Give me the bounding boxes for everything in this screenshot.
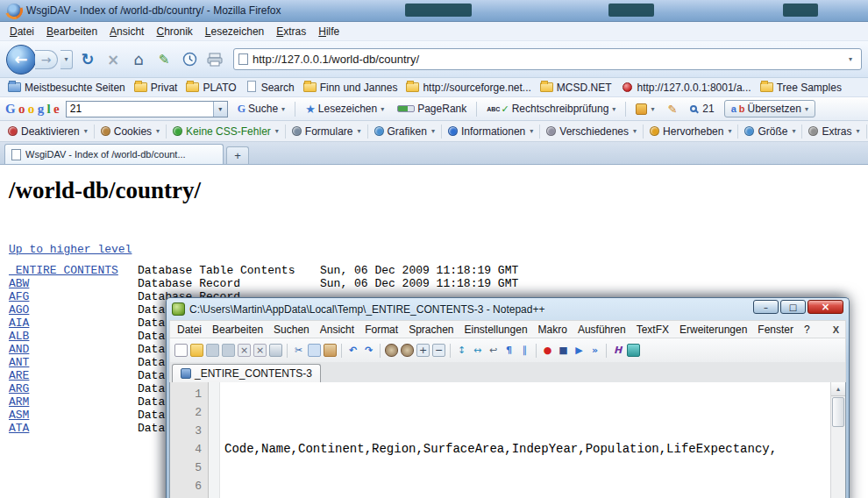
feather-button[interactable]: ✎ <box>153 49 174 70</box>
spellcheck-button[interactable]: ABC ✓ Rechtschreibprüfung ▾ <box>483 102 619 116</box>
indent-guide-icon[interactable]: ∥ <box>518 344 531 357</box>
devtoolbar-item[interactable]: Grafiken ▾ <box>368 125 442 139</box>
zoom-in-icon[interactable]: + <box>416 344 430 357</box>
devtoolbar-item[interactable]: Formulare ▾ <box>286 125 368 139</box>
mime-tools-icon[interactable] <box>627 344 640 357</box>
history-dropdown-icon[interactable]: ▾ <box>60 50 73 69</box>
bookmark-item[interactable]: Tree Samples <box>756 82 846 94</box>
menu-item[interactable]: Bearbeiten <box>40 25 103 39</box>
show-all-characters-icon[interactable]: ¶ <box>502 344 516 357</box>
find-icon[interactable] <box>385 344 398 357</box>
menu-item[interactable]: Bearbeiten <box>207 324 268 336</box>
bookmark-item[interactable]: Search <box>241 82 299 94</box>
save-icon[interactable] <box>206 344 219 357</box>
document-tab[interactable]: _ENTIRE_CONTENTS-3 <box>172 364 321 382</box>
bookmark-item[interactable]: Meistbesuchte Seiten <box>4 82 130 94</box>
editor-scrollbar[interactable]: ▴ <box>830 382 845 498</box>
autofill-button[interactable]: ▾ <box>632 103 658 116</box>
stop-button[interactable]: × <box>103 49 124 70</box>
menu-item[interactable]: Chronik <box>150 25 198 39</box>
entry-link[interactable]: ARE <box>9 369 138 382</box>
up-to-higher-level-link[interactable]: Up to higher level <box>9 243 132 256</box>
scrollbar-thumb[interactable] <box>832 397 844 427</box>
stop-macro-icon[interactable]: ■ <box>557 344 570 357</box>
google-bookmarks-button[interactable]: ★ Lesezeichen ▾ <box>302 102 388 117</box>
firefox-titlebar[interactable]: WsgiDAV - Index of /world-db/country/ - … <box>0 0 868 22</box>
editor[interactable]: 1 2 3 4 5 6 Code,Name,Continent,Region,S… <box>169 382 846 498</box>
menu-item[interactable]: TextFX <box>631 324 674 336</box>
google-search-input[interactable] <box>67 102 213 117</box>
cut-icon[interactable]: ✂ <box>292 344 305 357</box>
open-folder-icon[interactable] <box>190 344 203 357</box>
replace-icon[interactable] <box>401 344 414 357</box>
notepadpp-titlebar[interactable]: C:\Users\Martin\AppData\Local\Temp\_ENTI… <box>169 298 846 320</box>
bookmark-item[interactable]: MCSD.NET <box>536 82 616 94</box>
forward-button[interactable]: → <box>35 50 58 69</box>
menu-item[interactable]: Datei <box>172 324 207 336</box>
google-logo[interactable]: G o o g l e <box>5 102 60 117</box>
bookmark-item[interactable]: PLATO <box>181 82 240 94</box>
pagerank-widget[interactable]: PageRank <box>394 102 470 116</box>
reload-button[interactable]: ↻ <box>77 49 98 70</box>
entry-link[interactable]: ALB <box>9 330 138 343</box>
redo-icon[interactable]: ↷ <box>362 344 375 357</box>
google-search-dropdown-icon[interactable]: ▾ <box>213 102 227 117</box>
print-icon[interactable] <box>269 344 282 357</box>
editor-text[interactable]: Code,Name,Continent,Region,SurfaceArea,I… <box>220 382 830 498</box>
maximize-button[interactable]: □ <box>780 300 806 314</box>
scroll-up-icon[interactable]: ▴ <box>831 382 845 396</box>
devtoolbar-item[interactable]: Deaktivieren ▾ <box>2 125 95 139</box>
sync-horizontal-icon[interactable]: ↔ <box>471 344 484 357</box>
history-clock-button[interactable] <box>179 49 200 70</box>
bookmark-item[interactable]: Privat <box>130 82 182 94</box>
print-button[interactable] <box>204 49 225 70</box>
paste-icon[interactable] <box>324 344 337 357</box>
menu-item[interactable]: Lesezeichen <box>199 25 270 39</box>
entry-link[interactable]: ENTIRE CONTENTS <box>9 264 138 277</box>
devtoolbar-item[interactable]: Informationen ▾ <box>442 125 540 139</box>
menu-item[interactable]: Makro <box>533 324 573 336</box>
entry-link[interactable]: ABW <box>9 277 138 290</box>
entry-link[interactable]: ARG <box>9 382 138 395</box>
bookmark-item[interactable]: http://127.0.0.1:8001/a... <box>616 82 756 94</box>
play-macro-icon[interactable]: ▶ <box>573 344 586 357</box>
menu-item[interactable]: Hilfe <box>312 25 345 39</box>
menu-item[interactable]: Einstellungen <box>459 324 533 336</box>
menu-item[interactable]: Suchen <box>268 324 315 336</box>
word-find-button[interactable]: 21 <box>687 102 717 116</box>
tab-wsgidav[interactable]: WsgiDAV - Index of /world-db/count... <box>4 144 224 164</box>
menu-item[interactable]: Fenster <box>752 324 799 336</box>
devtoolbar-item[interactable]: Extras ▾ <box>802 125 866 139</box>
entry-link[interactable]: AND <box>9 343 138 356</box>
highlight-button[interactable]: ✎ <box>664 102 680 117</box>
url-dropdown-icon[interactable]: ▾ <box>844 55 857 63</box>
menu-item[interactable]: Extras <box>270 25 312 39</box>
menu-item[interactable]: Ansicht <box>103 25 150 39</box>
back-button[interactable]: ← <box>6 45 36 75</box>
devtoolbar-item[interactable]: Hervorheben ▾ <box>644 125 738 139</box>
minimize-button[interactable]: – <box>753 300 779 314</box>
menu-item[interactable]: Sprachen <box>403 324 459 336</box>
entry-link[interactable]: ARM <box>9 395 138 409</box>
sync-vertical-icon[interactable]: ↕ <box>455 344 468 357</box>
copy-icon[interactable] <box>308 344 321 357</box>
hex-editor-icon[interactable]: H <box>611 344 624 357</box>
undo-icon[interactable]: ↶ <box>346 344 359 357</box>
new-tab-button[interactable]: + <box>226 146 249 164</box>
menu-item[interactable]: Ansicht <box>315 324 359 336</box>
devtoolbar-item[interactable]: Verschiedenes ▾ <box>540 125 644 139</box>
bookmark-item[interactable]: Finn und Jannes <box>299 82 402 94</box>
menu-item[interactable]: Ausführen <box>573 324 631 336</box>
entry-link[interactable]: ASM <box>9 409 138 422</box>
translate-button[interactable]: a b Übersetzen ▾ <box>724 100 815 117</box>
zoom-out-icon[interactable]: − <box>432 344 445 357</box>
menu-item[interactable]: Format <box>359 324 403 336</box>
devtoolbar-item[interactable]: Cookies ▾ <box>95 125 167 139</box>
home-button[interactable]: ⌂ <box>128 49 149 70</box>
close-button[interactable]: × <box>808 300 843 314</box>
word-wrap-icon[interactable]: ↩ <box>487 344 500 357</box>
menubar-close-icon[interactable]: X <box>833 324 839 335</box>
new-file-icon[interactable] <box>174 344 188 357</box>
close-all-icon[interactable]: × <box>253 344 267 357</box>
record-macro-icon[interactable]: ● <box>541 344 554 357</box>
